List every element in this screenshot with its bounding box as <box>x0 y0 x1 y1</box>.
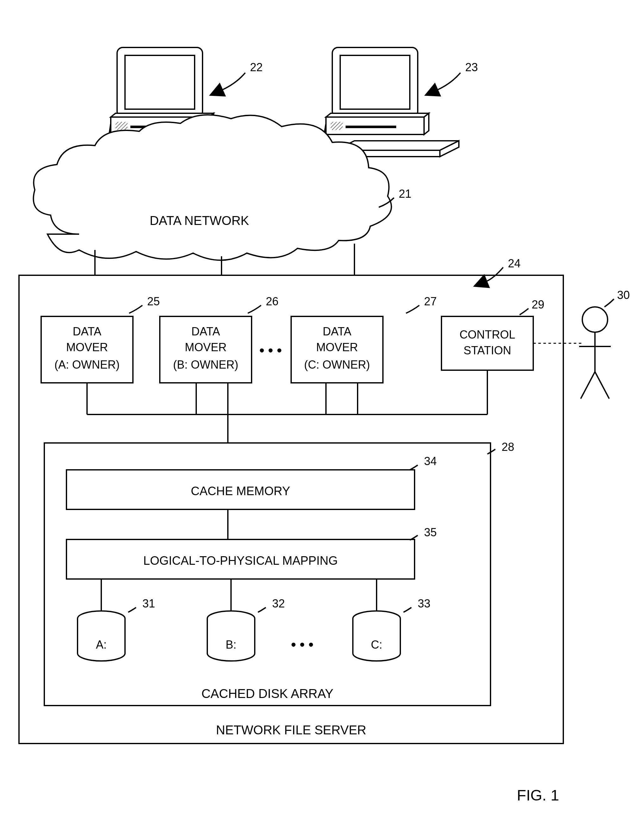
diskB-label: B: <box>226 638 236 651</box>
ref-26: 26 <box>266 295 278 308</box>
cda-label: CACHED DISK ARRAY <box>201 687 333 701</box>
ref-30: 30 <box>617 289 630 301</box>
svg-line-18 <box>595 372 609 399</box>
dm25-l3: (A: OWNER) <box>55 358 119 371</box>
svg-line-17 <box>581 372 595 399</box>
dm27-l2: MOVER <box>316 341 358 354</box>
disk-b: B: <box>207 611 255 661</box>
ref-34: 34 <box>424 455 437 467</box>
dm26-l1: DATA <box>192 325 220 338</box>
disk-c: C: <box>353 611 401 661</box>
svg-rect-7 <box>340 55 410 109</box>
ref-21: 21 <box>399 187 412 200</box>
ref-25: 25 <box>147 295 160 308</box>
cs-l2: STATION <box>463 344 511 357</box>
ref-28: 28 <box>502 441 514 453</box>
diskA-label: A: <box>96 638 107 651</box>
figure-caption: FIG. 1 <box>517 787 559 804</box>
svg-rect-8 <box>331 122 343 130</box>
data-network-label: DATA NETWORK <box>150 213 249 227</box>
mapping-label: LOGICAL-TO-PHYSICAL MAPPING <box>143 554 338 567</box>
svg-rect-9 <box>346 125 396 128</box>
nfs-label: NETWORK FILE SERVER <box>216 723 366 737</box>
ref-29: 29 <box>532 298 544 311</box>
dots-1: • • • <box>259 342 282 358</box>
control-station <box>441 317 533 370</box>
ref-33: 33 <box>418 597 430 610</box>
ref-32: 32 <box>272 597 285 610</box>
ref-23: 23 <box>465 61 478 74</box>
cloud <box>33 115 391 260</box>
ref-22: 22 <box>250 61 263 74</box>
diagram-root: 22 23 DATA NETWORK 21 NETWORK FILE SERVE… <box>0 0 644 828</box>
dots-2: • • • <box>291 637 314 652</box>
cs-l1: CONTROL <box>460 328 515 341</box>
ref-24: 24 <box>508 257 521 270</box>
dm25-l2: MOVER <box>66 341 108 354</box>
dm25-l1: DATA <box>73 325 102 338</box>
dm27-l1: DATA <box>323 325 352 338</box>
dm27-l3: (C: OWNER) <box>304 358 370 371</box>
ref-35: 35 <box>424 526 437 539</box>
svg-point-14 <box>582 307 608 332</box>
svg-rect-3 <box>116 122 127 130</box>
dm26-l3: (B: OWNER) <box>173 358 238 371</box>
svg-rect-2 <box>125 55 195 109</box>
ref-31: 31 <box>142 597 155 610</box>
disk-a: A: <box>77 611 125 661</box>
diskC-label: C: <box>371 638 382 651</box>
ref-27: 27 <box>424 295 437 308</box>
cache-label: CACHE MEMORY <box>191 485 290 498</box>
operator-icon <box>579 307 611 399</box>
dm26-l2: MOVER <box>185 341 226 354</box>
